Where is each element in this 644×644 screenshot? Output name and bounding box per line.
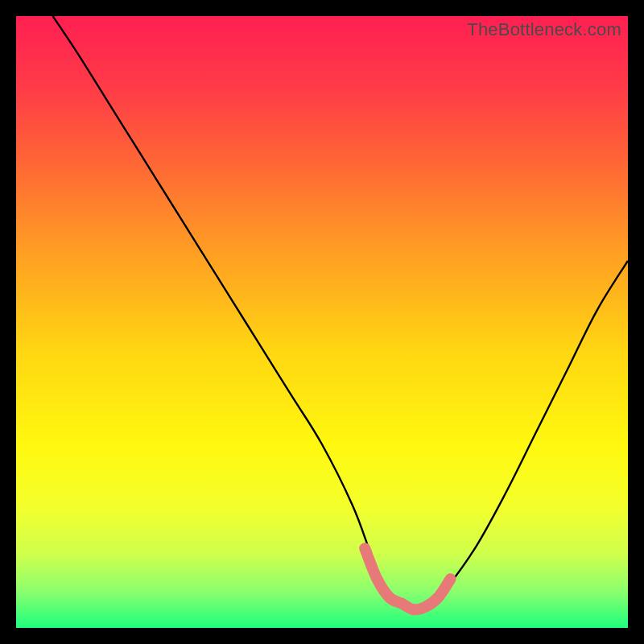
chart-plot: [16, 16, 628, 628]
chart-background: [16, 16, 628, 628]
chart-frame: TheBottleneck.com: [16, 16, 628, 628]
chart-svg: [16, 16, 628, 628]
watermark-text: TheBottleneck.com: [467, 19, 621, 40]
